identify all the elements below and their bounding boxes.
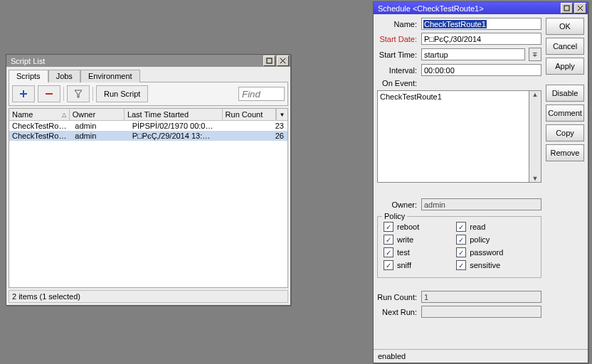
checkmark-icon: ✓ (384, 247, 393, 257)
close-icon[interactable] (574, 3, 586, 14)
run-count-field (421, 291, 541, 303)
remove-button[interactable]: Remove (546, 144, 584, 161)
next-run-label: Next Run: (377, 308, 417, 316)
close-icon[interactable] (277, 55, 289, 66)
minimize-icon[interactable] (263, 55, 275, 66)
schedule-status: enabled (374, 349, 588, 363)
minimize-icon[interactable] (561, 3, 573, 14)
comment-button[interactable]: Comment (546, 105, 584, 122)
policy-write-label: write (397, 235, 413, 244)
checkmark-icon: ✓ (456, 247, 466, 257)
start-time-field[interactable] (421, 48, 525, 60)
script-list-toolbar: Run Script (9, 82, 288, 106)
find-input[interactable] (238, 87, 285, 101)
schedule-window: Schedule <CheckTestRoute1> Name: CheckTe… (373, 1, 588, 363)
minus-icon (45, 90, 53, 98)
toolbar-divider (92, 87, 93, 101)
on-event-label: On Event: (377, 79, 417, 87)
col-run[interactable]: Run Count (223, 109, 276, 120)
cancel-button[interactable]: Cancel (546, 38, 584, 55)
ok-button[interactable]: OK (546, 18, 584, 35)
toolbar-divider (63, 87, 64, 101)
svg-marker-6 (75, 90, 82, 97)
interval-label: Interval: (377, 66, 417, 75)
policy-sniff-label: sniff (397, 261, 411, 269)
policy-policy-label: policy (470, 235, 490, 244)
policy-read-label: read (470, 223, 485, 231)
checkmark-icon: ✓ (384, 260, 393, 270)
svg-rect-0 (267, 58, 272, 63)
policy-sniff-checkbox[interactable]: ✓sniff (384, 259, 456, 272)
checkmark-icon: ✓ (384, 222, 393, 232)
tab-environment[interactable]: Environment (80, 70, 140, 82)
scroll-down-icon[interactable]: ▼ (532, 175, 539, 182)
col-last[interactable]: Last Time Started (125, 109, 223, 120)
start-time-label: Start Time: (377, 50, 417, 59)
script-list-status: 2 items (1 selected) (9, 290, 288, 303)
next-run-field (421, 306, 541, 318)
run-script-button[interactable]: Run Script (96, 85, 148, 102)
interval-field[interactable] (421, 64, 541, 76)
name-field[interactable]: CheckTestRoute1 (421, 18, 541, 30)
on-event-field[interactable]: CheckTestRoute1 (377, 90, 529, 183)
script-list-window: Script List Scripts Jobs Environment R (6, 54, 291, 306)
policy-legend: Policy (382, 212, 407, 220)
remove-button[interactable] (38, 85, 60, 102)
plus-icon (19, 90, 28, 98)
policy-read-checkbox[interactable]: ✓read (456, 220, 529, 233)
svg-rect-7 (564, 6, 569, 11)
run-count-label: Run Count: (377, 293, 417, 301)
table-row[interactable]: CheckTestRo… admin P□PєÇ‚/29/2014 13:… 2… (9, 131, 287, 141)
policy-reboot-label: reboot (397, 223, 419, 231)
schedule-titlebar[interactable]: Schedule <CheckTestRoute1> (374, 2, 588, 14)
policy-password-checkbox[interactable]: ✓password (456, 246, 529, 259)
filter-button[interactable] (67, 85, 90, 102)
checkmark-icon: ✓ (456, 235, 466, 245)
policy-test-label: test (397, 248, 410, 257)
policy-password-label: password (470, 248, 503, 257)
grid-rows: CheckTestRo… admin PİPSPİ/02/1970 00:0… … (9, 121, 287, 287)
policy-reboot-checkbox[interactable]: ✓reboot (384, 220, 456, 233)
script-list-tabs: Scripts Jobs Environment (6, 67, 290, 82)
policy-write-checkbox[interactable]: ✓write (384, 233, 456, 246)
funnel-icon (74, 90, 83, 98)
scroll-up-icon[interactable]: ▲ (532, 91, 539, 98)
owner-label: Owner: (377, 200, 417, 209)
schedule-title: Schedule <CheckTestRoute1> (378, 4, 559, 13)
disable-button[interactable]: Disable (546, 85, 584, 102)
checkmark-icon: ✓ (456, 222, 466, 232)
name-label: Name: (377, 20, 417, 28)
policy-policy-checkbox[interactable]: ✓policy (456, 233, 529, 246)
policy-fieldset: Policy ✓reboot✓read✓write✓policy✓test✓pa… (377, 216, 541, 278)
policy-sensitive-label: sensitive (470, 261, 500, 269)
copy-button[interactable]: Copy (546, 124, 584, 141)
tab-jobs[interactable]: Jobs (48, 70, 80, 82)
sort-asc-icon: △ (62, 112, 66, 118)
script-list-titlebar[interactable]: Script List (6, 55, 290, 67)
grid-header: Name△ Owner Last Time Started Run Count … (9, 109, 287, 121)
checkmark-icon: ✓ (384, 235, 393, 245)
checkmark-icon: ✓ (456, 260, 466, 270)
apply-button[interactable]: Apply (546, 58, 584, 75)
on-event-scrollbar[interactable]: ▲ ▼ (529, 90, 541, 183)
add-button[interactable] (12, 85, 35, 102)
policy-sensitive-checkbox[interactable]: ✓sensitive (456, 259, 529, 272)
owner-field (421, 198, 541, 210)
table-row[interactable]: CheckTestRo… admin PİPSPİ/02/1970 00:0… … (9, 121, 287, 131)
start-date-field[interactable] (421, 33, 541, 45)
script-grid: Name△ Owner Last Time Started Run Count … (9, 108, 288, 288)
tab-scripts[interactable]: Scripts (9, 70, 48, 82)
col-owner[interactable]: Owner (70, 109, 125, 120)
start-time-dropdown-icon[interactable]: ∓ (529, 48, 541, 61)
col-name[interactable]: Name△ (9, 109, 70, 120)
script-list-title: Script List (11, 57, 262, 65)
start-date-label: Start Date: (377, 35, 417, 43)
policy-test-checkbox[interactable]: ✓test (384, 246, 456, 259)
col-menu-icon[interactable]: ▼ (276, 109, 287, 120)
